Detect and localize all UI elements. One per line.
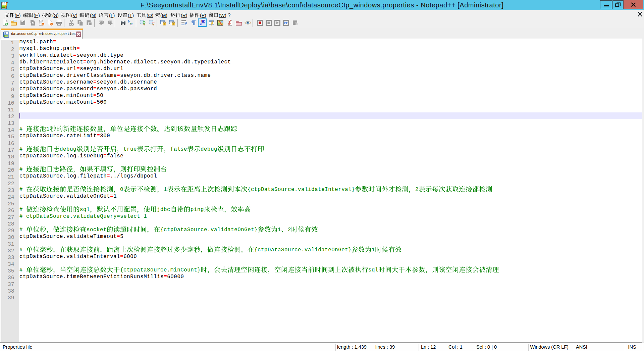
svg-text:a: a [130,21,132,26]
svg-text:b: b [128,19,130,23]
